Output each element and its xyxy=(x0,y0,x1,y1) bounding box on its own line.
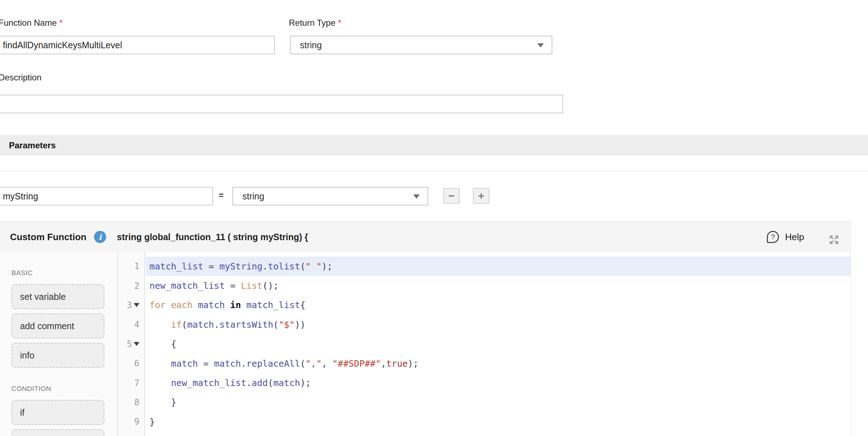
code-line[interactable]: } xyxy=(146,393,850,412)
line-number: 4 xyxy=(134,319,139,330)
function-name-label-text: Function Name xyxy=(0,18,57,28)
required-asterisk: * xyxy=(338,18,341,28)
line-number: 3 xyxy=(127,300,132,310)
code-line[interactable]: new_match_list.add(match); xyxy=(146,373,850,392)
code-line[interactable]: match = match.replaceAll(",", "##SDP##",… xyxy=(146,354,850,373)
gutter-cell: 2 xyxy=(118,276,144,295)
gutter-cell: 5 xyxy=(118,335,144,354)
code-line[interactable]: new_match_list = List(); xyxy=(146,276,850,295)
line-number: 8 xyxy=(134,397,139,407)
fold-caret-icon[interactable] xyxy=(134,342,139,346)
line-number: 6 xyxy=(134,358,139,368)
code-line[interactable]: match_list = myString.tolist(" "); xyxy=(146,257,850,276)
gutter-cell: 4 xyxy=(118,315,144,334)
code-line[interactable]: { xyxy=(146,335,850,354)
add-parameter-button[interactable]: + xyxy=(473,188,489,204)
code-line[interactable]: for each match in match_list{ xyxy=(146,296,850,315)
parameter-type-value: string xyxy=(242,191,264,202)
parameters-section-header: Parameters xyxy=(0,135,868,156)
line-number: 1 xyxy=(134,261,139,271)
sidebar-item-set-variable[interactable]: set variable xyxy=(11,284,104,309)
description-label-text: Description xyxy=(0,73,41,82)
line-number: 9 xyxy=(134,417,139,427)
help-icon[interactable]: ? xyxy=(767,231,779,243)
equals-sign: = xyxy=(219,191,223,200)
custom-function-form-page: Function Name* Return Type* string Descr… xyxy=(0,0,868,436)
gutter-cell: 8 xyxy=(118,393,144,412)
custom-function-header: Custom Function i string global_function… xyxy=(0,221,851,252)
parameters-title: Parameters xyxy=(0,135,868,156)
gutter-cell: 1 xyxy=(118,257,144,276)
remove-parameter-button[interactable]: − xyxy=(443,188,460,204)
section-divider xyxy=(0,171,868,172)
sidebar-item-info[interactable]: info xyxy=(11,343,104,368)
gutter-cell: 9 xyxy=(118,412,144,431)
parameter-name-input[interactable] xyxy=(0,187,213,205)
chevron-down-icon xyxy=(537,43,544,48)
description-label: Description xyxy=(0,73,41,83)
gutter-cell: 10 xyxy=(118,432,144,436)
custom-function-title: Custom Function xyxy=(10,222,87,252)
gutter-cell: 3 xyxy=(118,296,144,315)
sidebar-item-if[interactable]: if xyxy=(11,400,104,425)
snippet-sidebar: BASICset variableadd commentinfoCONDITIO… xyxy=(0,252,118,436)
parameter-type-select[interactable]: string xyxy=(232,187,428,205)
gutter-cell: 6 xyxy=(118,354,144,373)
function-name-label: Function Name* xyxy=(0,18,63,28)
expand-fullscreen-icon[interactable] xyxy=(829,234,839,245)
info-icon[interactable]: i xyxy=(94,231,106,243)
return-type-select[interactable]: string xyxy=(290,36,552,54)
line-number: 5 xyxy=(127,339,132,349)
help-link[interactable]: Help xyxy=(785,222,804,252)
return-type-label-text: Return Type xyxy=(289,18,335,28)
required-asterisk: * xyxy=(59,18,63,28)
return-type-value: string xyxy=(300,40,322,50)
function-signature: string global_function_11 ( string myStr… xyxy=(117,222,308,252)
code-line[interactable]: } xyxy=(146,412,850,431)
line-number: 7 xyxy=(134,378,139,388)
editor-gutter: 12345678910 xyxy=(118,252,145,436)
fold-caret-icon[interactable] xyxy=(134,303,139,307)
code-line[interactable]: if(match.startsWith("$")) xyxy=(146,315,850,334)
sidebar-section-label: BASIC xyxy=(11,269,117,277)
gutter-cell: 7 xyxy=(118,373,144,392)
sidebar-section-label: CONDITION xyxy=(11,385,117,393)
return-type-label: Return Type* xyxy=(289,18,341,28)
line-number: 2 xyxy=(134,281,139,291)
chevron-down-icon xyxy=(413,194,420,199)
editor-code[interactable]: match_list = myString.tolist(" ");new_ma… xyxy=(146,252,851,436)
description-input[interactable] xyxy=(0,95,563,113)
function-name-input[interactable] xyxy=(0,36,275,54)
sidebar-item-add-comment[interactable]: add comment xyxy=(11,313,104,338)
sidebar-item-else-if[interactable]: else if xyxy=(11,429,104,436)
code-line[interactable] xyxy=(146,432,850,436)
